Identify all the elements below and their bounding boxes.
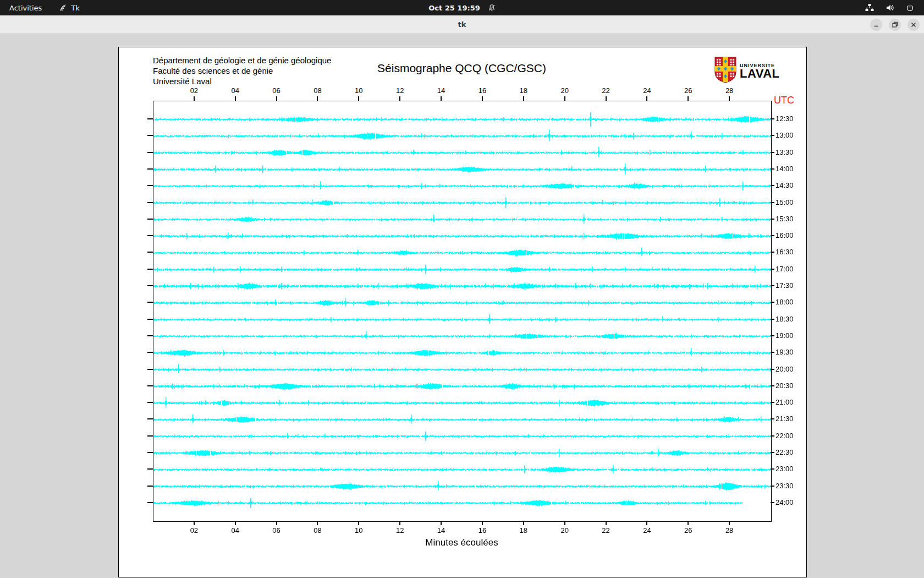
x-tick-label-top: 20 bbox=[560, 86, 568, 95]
universite-laval-logo: UNIVERSITÉ LAVAL bbox=[714, 57, 780, 85]
x-tick-label-bottom: 24 bbox=[643, 526, 651, 535]
tk-feather-icon bbox=[59, 4, 67, 12]
x-tick-label-top: 16 bbox=[479, 86, 486, 95]
row-tick-left bbox=[147, 269, 153, 270]
row-tick-left bbox=[147, 435, 153, 437]
activities-button[interactable]: Activities bbox=[0, 0, 51, 15]
x-tick-top bbox=[606, 96, 607, 101]
row-tick-left bbox=[147, 319, 153, 320]
utc-time-label: 21:00 bbox=[776, 398, 794, 406]
row-tick-left bbox=[147, 335, 153, 336]
row-tick-right bbox=[771, 502, 774, 503]
row-tick-right bbox=[771, 152, 774, 153]
row-tick-right bbox=[771, 402, 774, 403]
x-tick-top bbox=[688, 96, 689, 101]
utc-time-label: 23:00 bbox=[776, 465, 794, 473]
x-tick-label-bottom: 16 bbox=[479, 526, 486, 535]
x-tick-top bbox=[482, 96, 483, 101]
row-tick-right bbox=[771, 486, 774, 487]
row-tick-left bbox=[147, 185, 153, 186]
utc-time-label: 14:00 bbox=[776, 165, 794, 173]
row-tick-right bbox=[771, 369, 774, 370]
row-tick-right bbox=[771, 452, 774, 453]
x-tick-label-top: 04 bbox=[231, 86, 239, 95]
utc-time-label: 16:30 bbox=[776, 248, 794, 256]
row-tick-left bbox=[147, 502, 153, 503]
x-tick-label-top: 06 bbox=[272, 86, 280, 95]
x-tick-label-top: 14 bbox=[437, 86, 445, 95]
x-tick-label-bottom: 14 bbox=[437, 526, 445, 535]
x-tick-bottom bbox=[729, 521, 730, 525]
x-tick-label-bottom: 02 bbox=[190, 526, 198, 535]
gnome-top-bar: Activities Tk Oct 25 19:59 bbox=[0, 0, 924, 15]
x-tick-label-top: 22 bbox=[602, 86, 609, 95]
row-tick-left bbox=[147, 352, 153, 353]
row-tick-right bbox=[771, 385, 774, 386]
seismogram-plot-box bbox=[153, 101, 772, 522]
utc-time-label: 15:00 bbox=[776, 198, 794, 206]
utc-time-label: 23:30 bbox=[776, 482, 794, 490]
x-tick-label-bottom: 06 bbox=[272, 526, 280, 535]
x-tick-top bbox=[564, 96, 565, 101]
window-titlebar[interactable]: tk bbox=[0, 15, 924, 34]
row-tick-left bbox=[147, 369, 153, 370]
institution-line-3: Université Laval bbox=[153, 76, 331, 86]
row-tick-left bbox=[147, 118, 153, 119]
x-tick-bottom bbox=[441, 521, 442, 525]
x-tick-label-top: 08 bbox=[314, 86, 321, 95]
clock-menu[interactable]: Oct 25 19:59 bbox=[428, 0, 496, 15]
row-tick-right bbox=[771, 302, 774, 303]
x-axis-title: Minutes écoulées bbox=[153, 537, 771, 548]
x-tick-top bbox=[317, 96, 318, 101]
seismograph-canvas: Département de géologie et de génie géol… bbox=[118, 47, 807, 577]
x-tick-top bbox=[235, 96, 236, 101]
utc-time-label: 16:00 bbox=[776, 231, 794, 239]
x-tick-label-bottom: 26 bbox=[684, 526, 692, 535]
network-icon[interactable] bbox=[865, 3, 874, 12]
row-tick-right bbox=[771, 219, 774, 220]
utc-time-label: 22:30 bbox=[776, 448, 794, 456]
x-tick-top bbox=[276, 96, 277, 101]
utc-time-label: 19:30 bbox=[776, 348, 794, 356]
row-tick-right bbox=[771, 468, 774, 470]
utc-time-label: 14:30 bbox=[776, 181, 794, 189]
power-icon[interactable] bbox=[906, 4, 914, 12]
row-tick-left bbox=[147, 402, 153, 403]
row-tick-right bbox=[771, 285, 774, 286]
row-tick-right bbox=[771, 118, 774, 119]
maximize-button[interactable] bbox=[889, 19, 901, 31]
x-tick-bottom bbox=[358, 521, 359, 525]
row-tick-left bbox=[147, 468, 153, 470]
row-tick-right bbox=[771, 435, 774, 437]
app-indicator-tk[interactable]: Tk bbox=[51, 0, 87, 15]
clock-label: Oct 25 19:59 bbox=[428, 4, 480, 12]
x-tick-top bbox=[399, 96, 400, 101]
notifications-muted-icon bbox=[488, 4, 496, 12]
row-tick-right bbox=[771, 135, 774, 136]
utc-axis-label: UTC bbox=[774, 95, 794, 106]
minimize-button[interactable] bbox=[870, 19, 882, 31]
row-tick-left bbox=[147, 486, 153, 487]
seismogram-traces bbox=[153, 101, 771, 521]
utc-time-label: 22:00 bbox=[776, 432, 794, 440]
x-tick-label-bottom: 18 bbox=[520, 526, 527, 535]
close-button[interactable] bbox=[908, 19, 920, 31]
volume-icon[interactable] bbox=[886, 3, 894, 12]
plot-title: Séismographe QCQ (CGC/GSC) bbox=[153, 62, 771, 75]
x-tick-label-top: 24 bbox=[643, 86, 651, 95]
utc-time-label: 18:30 bbox=[776, 315, 794, 323]
x-tick-label-top: 18 bbox=[520, 86, 527, 95]
row-tick-right bbox=[771, 269, 774, 270]
laval-shield-icon bbox=[714, 57, 736, 85]
utc-time-label: 13:00 bbox=[776, 131, 794, 139]
x-tick-bottom bbox=[646, 521, 647, 525]
x-tick-label-bottom: 22 bbox=[602, 526, 609, 535]
x-tick-bottom bbox=[564, 521, 565, 525]
x-tick-bottom bbox=[688, 521, 689, 525]
window-title: tk bbox=[458, 20, 466, 29]
utc-time-label: 20:00 bbox=[776, 365, 794, 373]
x-tick-label-top: 28 bbox=[725, 86, 733, 95]
row-tick-left bbox=[147, 235, 153, 236]
x-tick-label-bottom: 28 bbox=[725, 526, 733, 535]
x-tick-label-bottom: 20 bbox=[560, 526, 568, 535]
